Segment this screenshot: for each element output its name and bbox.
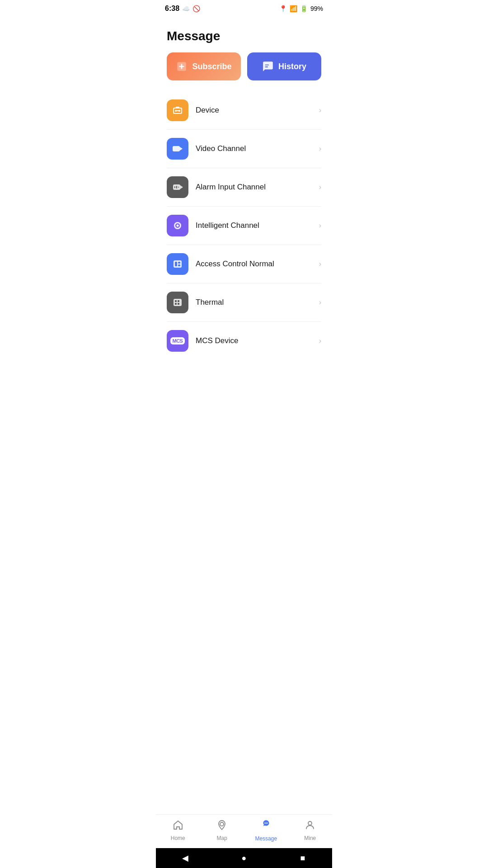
wifi-icon: 📶	[290, 5, 297, 12]
thermal-icon	[171, 296, 184, 309]
svg-rect-29	[175, 303, 177, 305]
svg-rect-22	[174, 260, 182, 268]
nav-map-label: Map	[217, 835, 227, 841]
svg-marker-15	[180, 185, 183, 189]
location-icon: 📍	[279, 5, 287, 12]
alarm-input-channel-chevron: ›	[319, 183, 321, 191]
svg-rect-24	[178, 262, 180, 264]
thermal-chevron: ›	[319, 298, 321, 307]
svg-rect-28	[178, 300, 179, 302]
intelligent-channel-icon	[171, 219, 184, 232]
device-icon	[171, 104, 184, 117]
video-channel-icon	[171, 142, 184, 155]
device-label: Device	[196, 106, 312, 115]
alarm-input-channel-icon	[171, 181, 184, 193]
svg-point-32	[264, 823, 265, 824]
access-control-icon-wrap	[167, 253, 188, 275]
status-time: 6:38	[165, 5, 179, 13]
svg-point-33	[266, 823, 267, 824]
mcs-device-label: MCS Device	[196, 336, 312, 345]
home-icon	[173, 820, 183, 833]
mcs-text: MCS	[173, 338, 183, 344]
nav-item-map[interactable]: Map	[200, 820, 244, 841]
svg-rect-3	[265, 65, 269, 66]
alarm-input-channel-icon-wrap	[167, 176, 188, 198]
list-section: Device › Video Channel › Alarm Input Cha…	[156, 91, 332, 814]
svg-point-21	[177, 225, 179, 227]
nav-mine-label: Mine	[304, 835, 316, 841]
access-control-icon	[171, 258, 184, 270]
nav-item-mine[interactable]: Mine	[288, 820, 333, 841]
svg-rect-10	[176, 110, 179, 111]
buttons-row: Subscribe History	[156, 52, 332, 91]
svg-rect-4	[265, 66, 268, 67]
list-item-thermal[interactable]: Thermal ›	[167, 283, 321, 322]
mcs-device-icon-wrap: MCS	[167, 330, 188, 352]
history-button[interactable]: History	[247, 52, 321, 80]
intelligent-channel-icon-wrap	[167, 215, 188, 236]
subscribe-button[interactable]: Subscribe	[167, 52, 241, 80]
svg-rect-25	[178, 264, 180, 266]
nav-item-home[interactable]: Home	[156, 820, 200, 841]
video-channel-chevron: ›	[319, 145, 321, 153]
status-right: 📍 📶 🔋 99%	[279, 5, 323, 12]
status-bar: 6:38 ☁️ 🚫 📍 📶 🔋 99%	[156, 0, 332, 15]
history-label: History	[278, 62, 306, 71]
access-control-label: Access Control Normal	[196, 259, 312, 269]
battery-icon: 🔋	[300, 5, 308, 12]
android-nav-bar: ◀ ● ■	[156, 848, 332, 868]
history-icon	[262, 61, 274, 72]
svg-rect-27	[175, 300, 177, 302]
bottom-nav: Home Map Message Mine	[156, 814, 332, 848]
android-back-button[interactable]: ◀	[176, 853, 194, 863]
intelligent-channel-label: Intelligent Channel	[196, 221, 312, 230]
message-icon	[260, 819, 272, 834]
list-item-device[interactable]: Device ›	[167, 91, 321, 130]
map-icon	[216, 820, 227, 833]
access-control-chevron: ›	[319, 260, 321, 268]
svg-rect-30	[178, 303, 179, 305]
svg-point-34	[267, 823, 267, 824]
list-item-video-channel[interactable]: Video Channel ›	[167, 130, 321, 168]
thermal-icon-wrap	[167, 292, 188, 313]
nav-home-label: Home	[171, 835, 185, 841]
android-home-button[interactable]: ●	[235, 853, 253, 863]
list-item-intelligent-channel[interactable]: Intelligent Channel ›	[167, 207, 321, 245]
device-chevron: ›	[319, 106, 321, 114]
mine-icon	[305, 820, 315, 833]
alarm-input-channel-label: Alarm Input Channel	[196, 183, 312, 192]
video-channel-icon-wrap	[167, 138, 188, 160]
android-recent-button[interactable]: ■	[294, 853, 312, 863]
list-item-alarm-input-channel[interactable]: Alarm Input Channel ›	[167, 168, 321, 207]
video-channel-label: Video Channel	[196, 144, 312, 153]
mcs-device-chevron: ›	[319, 337, 321, 345]
subscribe-label: Subscribe	[192, 62, 231, 71]
do-not-disturb-icon: 🚫	[192, 5, 200, 12]
cloud-icon: ☁️	[182, 5, 190, 12]
svg-marker-13	[180, 147, 183, 151]
list-item-mcs-device[interactable]: MCS MCS Device ›	[167, 322, 321, 360]
svg-rect-16	[174, 186, 175, 188]
svg-rect-12	[173, 146, 180, 151]
list-item-access-control-normal[interactable]: Access Control Normal ›	[167, 245, 321, 283]
status-left: 6:38 ☁️ 🚫	[165, 5, 200, 13]
nav-item-message[interactable]: Message	[244, 819, 288, 842]
page-title: Message	[156, 15, 332, 52]
svg-point-35	[308, 821, 312, 825]
nav-message-label: Message	[255, 835, 277, 842]
svg-rect-26	[174, 299, 182, 306]
intelligent-channel-chevron: ›	[319, 222, 321, 230]
thermal-label: Thermal	[196, 298, 312, 307]
svg-rect-17	[176, 186, 177, 189]
svg-rect-11	[176, 107, 179, 108]
svg-rect-18	[178, 187, 179, 188]
battery-percent: 99%	[310, 5, 323, 12]
svg-point-31	[220, 822, 224, 826]
device-icon-wrap	[167, 99, 188, 121]
subscribe-icon	[176, 61, 188, 72]
svg-rect-23	[175, 262, 177, 266]
